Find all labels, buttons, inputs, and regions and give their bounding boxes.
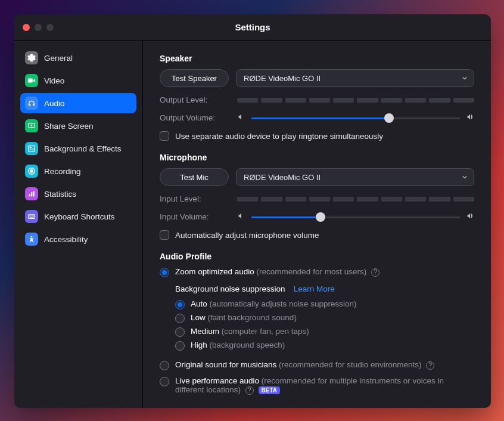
settings-content: Speaker Test Speaker RØDE VideoMic GO II…: [143, 41, 491, 408]
bgns-medium-radio[interactable]: [175, 327, 185, 337]
output-volume-label: Output Volume:: [160, 113, 237, 122]
window-body: GeneralVideoAudioShare ScreenBackground …: [14, 41, 491, 408]
test-speaker-button[interactable]: Test Speaker: [160, 69, 229, 87]
bgns-high-hint: (background speech): [210, 340, 285, 349]
beta-badge: BETA: [259, 386, 280, 394]
audio-profile-heading: Audio Profile: [160, 252, 474, 261]
bgns-auto-radio[interactable]: [175, 300, 185, 309]
sidebar-item-background-effects[interactable]: Background & Effects: [20, 138, 136, 159]
statistics-icon: [25, 187, 38, 200]
profile-original-label: Original sound for musicians: [175, 360, 276, 369]
profile-optimized-radio[interactable]: [160, 268, 169, 277]
svg-rect-9: [29, 215, 35, 219]
svg-rect-8: [33, 191, 35, 197]
info-icon[interactable]: ?: [426, 361, 434, 370]
sidebar-item-video[interactable]: Video: [20, 70, 136, 91]
chevron-down-icon: [462, 74, 468, 83]
maximize-window-button[interactable]: [46, 24, 54, 31]
bgns-heading: Background noise suppression: [175, 284, 285, 293]
profile-live-radio[interactable]: [160, 377, 169, 386]
accessibility-icon: [25, 233, 38, 246]
sidebar-item-label: Video: [44, 76, 64, 85]
output-volume-slider[interactable]: [251, 113, 460, 123]
volume-low-icon: [237, 212, 245, 222]
mic-device-select[interactable]: RØDE VideoMic GO II: [236, 168, 474, 186]
sidebar-item-label: Statistics: [44, 190, 76, 199]
input-level-meter: [237, 197, 474, 202]
info-icon[interactable]: ?: [371, 268, 379, 277]
settings-window: Settings GeneralVideoAudioShare ScreenBa…: [14, 14, 491, 408]
input-volume-slider[interactable]: [251, 212, 460, 222]
sidebar-item-label: Accessibility: [44, 235, 88, 244]
minimize-window-button[interactable]: [35, 24, 42, 31]
titlebar: Settings: [14, 14, 491, 41]
profile-optimized-label: Zoom optimized audio: [175, 267, 254, 276]
speaker-device-value: RØDE VideoMic GO II: [244, 74, 321, 83]
bgns-low-hint: (faint background sound): [208, 313, 297, 322]
bgns-high-radio[interactable]: [175, 341, 185, 351]
sidebar-item-label: Background & Effects: [44, 144, 122, 153]
audio-icon: [25, 97, 38, 110]
mic-device-value: RØDE VideoMic GO II: [244, 173, 321, 182]
sidebar-item-label: Keyboard Shortcuts: [44, 212, 115, 221]
window-controls: [23, 24, 54, 31]
bgns-auto-label: Auto: [191, 299, 207, 308]
close-window-button[interactable]: [23, 24, 30, 31]
sidebar-item-share-screen[interactable]: Share Screen: [20, 116, 136, 136]
auto-adjust-mic-label: Automatically adjust microphone volume: [175, 231, 319, 240]
separate-ringtone-device-checkbox[interactable]: [160, 131, 169, 141]
sidebar-item-label: Recording: [44, 167, 81, 176]
info-icon[interactable]: ?: [245, 386, 254, 395]
profile-original-radio[interactable]: [160, 361, 169, 370]
chevron-down-icon: [462, 173, 468, 182]
background-effects-icon: [25, 142, 38, 155]
svg-point-10: [31, 236, 33, 238]
speaker-device-select[interactable]: RØDE VideoMic GO II: [236, 69, 474, 87]
bgns-learn-more-link[interactable]: Learn More: [294, 284, 335, 293]
svg-rect-0: [28, 79, 33, 83]
svg-point-2: [30, 147, 32, 149]
bgns-medium-label: Medium: [191, 327, 219, 336]
window-title: Settings: [235, 22, 270, 32]
test-mic-button[interactable]: Test Mic: [160, 168, 229, 186]
sidebar-item-label: General: [44, 54, 73, 63]
bgns-medium-hint: (computer fan, pen taps): [222, 327, 309, 336]
input-volume-label: Input Volume:: [160, 212, 237, 221]
auto-adjust-mic-checkbox[interactable]: [160, 230, 169, 240]
volume-low-icon: [237, 113, 245, 123]
output-level-label: Output Level:: [160, 95, 237, 104]
profile-live-label: Live performance audio: [175, 376, 259, 385]
profile-optimized-hint: (recommended for most users): [257, 267, 367, 276]
keyboard-shortcuts-icon: [25, 210, 38, 223]
recording-icon: [25, 165, 38, 178]
svg-rect-7: [31, 192, 32, 196]
output-level-meter: [237, 98, 474, 103]
volume-high-icon: [466, 212, 474, 222]
sidebar-item-label: Share Screen: [44, 122, 94, 131]
bgns-auto-hint: (automatically adjusts noise suppression…: [210, 299, 357, 308]
general-icon: [25, 51, 38, 64]
sidebar-item-label: Audio: [44, 99, 65, 108]
sidebar-item-keyboard-shortcuts[interactable]: Keyboard Shortcuts: [20, 206, 136, 227]
input-level-label: Input Level:: [160, 194, 237, 203]
sidebar-item-recording[interactable]: Recording: [20, 161, 136, 181]
sidebar-item-accessibility[interactable]: Accessibility: [20, 229, 136, 249]
svg-point-5: [30, 170, 33, 172]
share-screen-icon: [25, 119, 38, 132]
separate-ringtone-device-label: Use separate audio device to play ringto…: [175, 132, 383, 141]
bgns-low-radio[interactable]: [175, 314, 185, 323]
profile-original-hint: (recommended for studio environments): [279, 360, 421, 369]
sidebar: GeneralVideoAudioShare ScreenBackground …: [14, 41, 143, 408]
video-icon: [25, 74, 38, 87]
volume-high-icon: [466, 113, 474, 123]
bgns-low-label: Low: [191, 313, 206, 322]
svg-rect-6: [29, 194, 30, 196]
sidebar-item-statistics[interactable]: Statistics: [20, 184, 136, 204]
microphone-heading: Microphone: [160, 153, 474, 162]
speaker-heading: Speaker: [160, 54, 474, 63]
sidebar-item-audio[interactable]: Audio: [20, 93, 136, 113]
sidebar-item-general[interactable]: General: [20, 48, 136, 68]
bgns-high-label: High: [191, 340, 207, 349]
